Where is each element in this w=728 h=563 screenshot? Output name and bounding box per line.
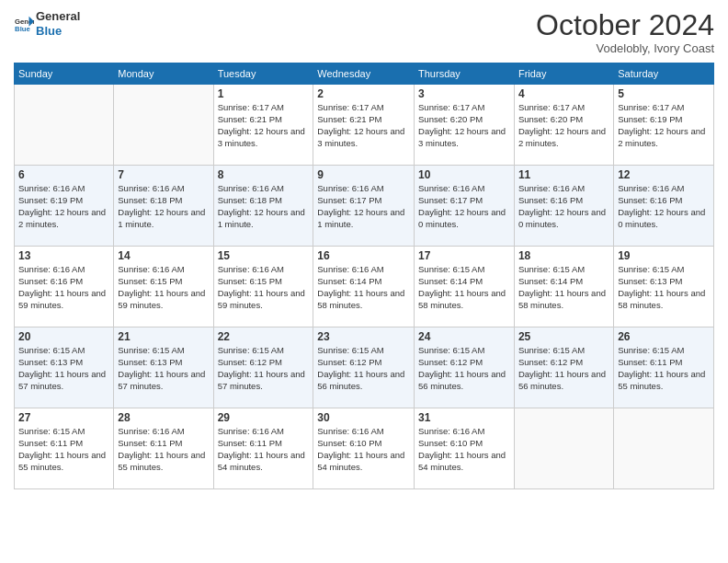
calendar-cell: 21Sunrise: 6:15 AMSunset: 6:13 PMDayligh… xyxy=(114,327,213,408)
calendar-cell: 22Sunrise: 6:15 AMSunset: 6:12 PMDayligh… xyxy=(213,327,313,408)
day-number: 30 xyxy=(317,411,410,424)
calendar-cell xyxy=(114,85,213,166)
day-number: 17 xyxy=(418,249,510,262)
calendar-cell: 9Sunrise: 6:16 AMSunset: 6:17 PMDaylight… xyxy=(313,166,415,247)
day-number: 20 xyxy=(18,330,109,343)
calendar-cell: 3Sunrise: 6:17 AMSunset: 6:20 PMDaylight… xyxy=(415,85,515,166)
calendar-cell: 10Sunrise: 6:16 AMSunset: 6:17 PMDayligh… xyxy=(415,166,515,247)
day-info: Sunrise: 6:16 AMSunset: 6:18 PMDaylight:… xyxy=(118,183,209,230)
calendar-cell: 31Sunrise: 6:16 AMSunset: 6:10 PMDayligh… xyxy=(415,408,515,489)
calendar-cell: 25Sunrise: 6:15 AMSunset: 6:12 PMDayligh… xyxy=(514,327,613,408)
calendar-header-sunday: Sunday xyxy=(15,63,114,85)
calendar-cell: 30Sunrise: 6:16 AMSunset: 6:10 PMDayligh… xyxy=(313,408,415,489)
calendar-cell: 11Sunrise: 6:16 AMSunset: 6:16 PMDayligh… xyxy=(514,166,613,247)
calendar-cell: 14Sunrise: 6:16 AMSunset: 6:15 PMDayligh… xyxy=(114,247,213,327)
calendar-cell: 28Sunrise: 6:16 AMSunset: 6:11 PMDayligh… xyxy=(114,408,213,489)
day-number: 27 xyxy=(18,411,109,424)
calendar-cell: 6Sunrise: 6:16 AMSunset: 6:19 PMDaylight… xyxy=(15,166,114,247)
day-info: Sunrise: 6:16 AMSunset: 6:11 PMDaylight:… xyxy=(118,426,209,473)
day-info: Sunrise: 6:16 AMSunset: 6:18 PMDaylight:… xyxy=(218,183,310,230)
day-number: 21 xyxy=(118,330,209,343)
day-number: 29 xyxy=(218,411,310,424)
calendar-cell: 23Sunrise: 6:15 AMSunset: 6:12 PMDayligh… xyxy=(313,327,415,408)
calendar-cell: 5Sunrise: 6:17 AMSunset: 6:19 PMDaylight… xyxy=(614,85,714,166)
calendar-cell: 2Sunrise: 6:17 AMSunset: 6:21 PMDaylight… xyxy=(313,85,415,166)
day-info: Sunrise: 6:16 AMSunset: 6:16 PMDaylight:… xyxy=(18,264,109,311)
day-info: Sunrise: 6:15 AMSunset: 6:11 PMDaylight:… xyxy=(18,426,109,473)
day-info: Sunrise: 6:17 AMSunset: 6:21 PMDaylight:… xyxy=(218,102,310,149)
day-info: Sunrise: 6:16 AMSunset: 6:17 PMDaylight:… xyxy=(317,183,410,230)
calendar-cell: 24Sunrise: 6:15 AMSunset: 6:12 PMDayligh… xyxy=(415,327,515,408)
calendar-cell: 13Sunrise: 6:16 AMSunset: 6:16 PMDayligh… xyxy=(15,247,114,327)
day-number: 12 xyxy=(618,168,710,181)
calendar-cell: 19Sunrise: 6:15 AMSunset: 6:13 PMDayligh… xyxy=(614,247,714,327)
calendar-cell xyxy=(15,85,114,166)
day-info: Sunrise: 6:16 AMSunset: 6:15 PMDaylight:… xyxy=(118,264,209,311)
calendar-cell: 7Sunrise: 6:16 AMSunset: 6:18 PMDaylight… xyxy=(114,166,213,247)
day-info: Sunrise: 6:16 AMSunset: 6:16 PMDaylight:… xyxy=(618,183,710,230)
calendar-header-friday: Friday xyxy=(514,63,613,85)
day-number: 23 xyxy=(317,330,410,343)
day-info: Sunrise: 6:15 AMSunset: 6:11 PMDaylight:… xyxy=(618,345,710,392)
day-info: Sunrise: 6:15 AMSunset: 6:12 PMDaylight:… xyxy=(418,345,510,392)
day-info: Sunrise: 6:17 AMSunset: 6:19 PMDaylight:… xyxy=(618,102,710,149)
calendar-header-wednesday: Wednesday xyxy=(313,63,415,85)
calendar-cell: 26Sunrise: 6:15 AMSunset: 6:11 PMDayligh… xyxy=(614,327,714,408)
calendar-cell: 4Sunrise: 6:17 AMSunset: 6:20 PMDaylight… xyxy=(514,85,613,166)
day-info: Sunrise: 6:17 AMSunset: 6:20 PMDaylight:… xyxy=(518,102,609,149)
location: Vodelobly, Ivory Coast xyxy=(536,41,714,55)
day-number: 19 xyxy=(618,249,710,262)
calendar-week-row: 13Sunrise: 6:16 AMSunset: 6:16 PMDayligh… xyxy=(15,247,714,327)
day-info: Sunrise: 6:16 AMSunset: 6:10 PMDaylight:… xyxy=(418,426,510,473)
day-number: 7 xyxy=(118,168,209,181)
day-info: Sunrise: 6:15 AMSunset: 6:14 PMDaylight:… xyxy=(418,264,510,311)
day-number: 26 xyxy=(618,330,710,343)
day-info: Sunrise: 6:16 AMSunset: 6:17 PMDaylight:… xyxy=(418,183,510,230)
calendar-week-row: 6Sunrise: 6:16 AMSunset: 6:19 PMDaylight… xyxy=(15,166,714,247)
day-info: Sunrise: 6:16 AMSunset: 6:14 PMDaylight:… xyxy=(317,264,410,311)
calendar-cell xyxy=(514,408,613,489)
day-info: Sunrise: 6:15 AMSunset: 6:12 PMDaylight:… xyxy=(317,345,410,392)
day-number: 22 xyxy=(218,330,310,343)
calendar-cell: 29Sunrise: 6:16 AMSunset: 6:11 PMDayligh… xyxy=(213,408,313,489)
day-info: Sunrise: 6:15 AMSunset: 6:13 PMDaylight:… xyxy=(618,264,710,311)
calendar-cell: 15Sunrise: 6:16 AMSunset: 6:15 PMDayligh… xyxy=(213,247,313,327)
header: General Blue General Blue October 2024 V… xyxy=(14,9,714,55)
calendar-week-row: 20Sunrise: 6:15 AMSunset: 6:13 PMDayligh… xyxy=(15,327,714,408)
calendar-cell: 16Sunrise: 6:16 AMSunset: 6:14 PMDayligh… xyxy=(313,247,415,327)
page-container: General Blue General Blue October 2024 V… xyxy=(0,0,728,499)
day-info: Sunrise: 6:16 AMSunset: 6:16 PMDaylight:… xyxy=(518,183,609,230)
calendar-cell: 20Sunrise: 6:15 AMSunset: 6:13 PMDayligh… xyxy=(15,327,114,408)
day-number: 5 xyxy=(618,87,710,100)
day-number: 6 xyxy=(18,168,109,181)
day-number: 25 xyxy=(518,330,609,343)
day-info: Sunrise: 6:15 AMSunset: 6:12 PMDaylight:… xyxy=(518,345,609,392)
calendar-table: SundayMondayTuesdayWednesdayThursdayFrid… xyxy=(14,63,714,489)
day-number: 9 xyxy=(317,168,410,181)
day-info: Sunrise: 6:15 AMSunset: 6:12 PMDaylight:… xyxy=(218,345,310,392)
month-title: October 2024 xyxy=(536,9,714,41)
logo: General Blue General Blue xyxy=(14,9,80,38)
day-info: Sunrise: 6:16 AMSunset: 6:11 PMDaylight:… xyxy=(218,426,310,473)
day-number: 16 xyxy=(317,249,410,262)
calendar-header-tuesday: Tuesday xyxy=(213,63,313,85)
day-number: 2 xyxy=(317,87,410,100)
day-number: 28 xyxy=(118,411,209,424)
calendar-week-row: 1Sunrise: 6:17 AMSunset: 6:21 PMDaylight… xyxy=(15,85,714,166)
title-section: October 2024 Vodelobly, Ivory Coast xyxy=(536,9,714,55)
day-info: Sunrise: 6:16 AMSunset: 6:15 PMDaylight:… xyxy=(218,264,310,311)
day-info: Sunrise: 6:17 AMSunset: 6:21 PMDaylight:… xyxy=(317,102,410,149)
calendar-cell: 1Sunrise: 6:17 AMSunset: 6:21 PMDaylight… xyxy=(213,85,313,166)
day-info: Sunrise: 6:15 AMSunset: 6:14 PMDaylight:… xyxy=(518,264,609,311)
calendar-cell: 18Sunrise: 6:15 AMSunset: 6:14 PMDayligh… xyxy=(514,247,613,327)
day-info: Sunrise: 6:15 AMSunset: 6:13 PMDaylight:… xyxy=(18,345,109,392)
day-number: 13 xyxy=(18,249,109,262)
day-number: 8 xyxy=(218,168,310,181)
day-number: 18 xyxy=(518,249,609,262)
day-number: 3 xyxy=(418,87,510,100)
calendar-cell: 27Sunrise: 6:15 AMSunset: 6:11 PMDayligh… xyxy=(15,408,114,489)
logo-text-blue: Blue xyxy=(36,24,80,39)
day-number: 31 xyxy=(418,411,510,424)
svg-text:Blue: Blue xyxy=(15,24,30,32)
day-number: 14 xyxy=(118,249,209,262)
